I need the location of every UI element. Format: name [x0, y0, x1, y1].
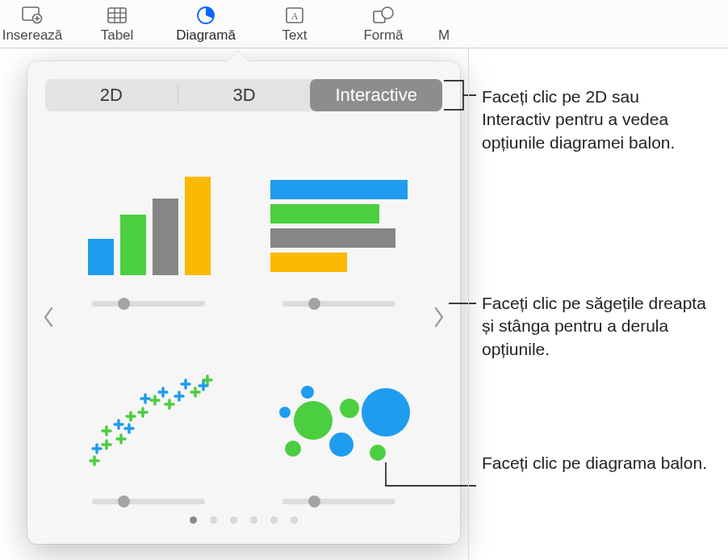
tab-3d[interactable]: 3D: [178, 79, 311, 111]
toolbar-label: Text: [282, 27, 307, 44]
toolbar-label: Tabel: [101, 27, 134, 44]
column-chart-icon: [76, 164, 221, 285]
chart-options-grid: [45, 127, 442, 507]
toolbar: Inserează Tabel Diagramă A Text Formă M: [0, 0, 728, 48]
svg-point-64: [340, 399, 359, 418]
callout-tabs-help: Faceți clic pe 2D sau Interactiv pentru …: [482, 86, 708, 154]
svg-rect-19: [270, 180, 408, 199]
chart-option-scatter[interactable]: [69, 333, 228, 507]
svg-rect-16: [120, 215, 146, 275]
chart-option-bubble[interactable]: [260, 333, 418, 507]
svg-point-59: [285, 441, 301, 457]
chart-option-bar[interactable]: [260, 136, 418, 309]
svg-rect-21: [270, 228, 395, 248]
svg-rect-22: [270, 253, 347, 272]
svg-point-14: [382, 7, 393, 19]
tab-interactive[interactable]: Interactive: [310, 79, 442, 111]
previous-page-arrow[interactable]: [39, 301, 58, 333]
page-indicator: [45, 516, 442, 524]
scatter-chart-icon: [76, 361, 221, 483]
chart-slider[interactable]: [92, 495, 205, 507]
svg-point-63: [329, 433, 354, 457]
shape-icon: [371, 5, 395, 26]
toolbar-label: Diagramă: [176, 27, 236, 44]
chart-slider[interactable]: [282, 495, 395, 507]
table-icon: [105, 5, 129, 26]
toolbar-shape-button[interactable]: Formă: [339, 3, 428, 44]
page-dot-5[interactable]: [270, 516, 278, 524]
chart-slider[interactable]: [282, 298, 395, 309]
chart-slider[interactable]: [92, 298, 205, 309]
chart-option-column[interactable]: [69, 136, 228, 309]
toolbar-label: Inserează: [2, 27, 63, 44]
chart-icon: [194, 5, 218, 26]
toolbar-insert-button[interactable]: Inserează: [0, 3, 73, 44]
svg-point-66: [370, 445, 386, 461]
svg-rect-17: [153, 199, 178, 275]
chart-dimension-tabs: 2D 3D Interactive: [45, 79, 442, 111]
tab-2d[interactable]: 2D: [45, 79, 178, 111]
spacer: [432, 5, 456, 26]
toolbar-label: Formă: [363, 27, 403, 44]
page-dot-6[interactable]: [291, 516, 298, 524]
toolbar-text-button[interactable]: A Text: [250, 3, 339, 44]
svg-rect-18: [185, 177, 211, 275]
svg-rect-20: [270, 204, 379, 224]
toolbar-more-button[interactable]: M: [428, 3, 460, 44]
page-dot-1[interactable]: [190, 516, 197, 524]
text-icon: A: [282, 5, 307, 26]
toolbar-label: M: [438, 27, 450, 44]
insert-icon: [20, 5, 44, 26]
page-dot-4[interactable]: [250, 516, 257, 524]
svg-point-62: [301, 386, 314, 399]
chart-picker-popover: 2D 3D Interactive: [27, 61, 460, 544]
callout-arrows-help: Faceți clic pe săgețile dreapta și stâng…: [482, 292, 708, 361]
svg-point-61: [279, 407, 291, 418]
page-dot-2[interactable]: [210, 516, 217, 524]
toolbar-table-button[interactable]: Tabel: [73, 3, 161, 44]
panel-divider: [468, 48, 469, 560]
svg-rect-5: [108, 8, 126, 23]
svg-point-60: [294, 401, 333, 440]
svg-text:A: A: [291, 10, 299, 22]
bubble-chart-icon: [266, 361, 412, 483]
toolbar-chart-button[interactable]: Diagramă: [161, 3, 250, 44]
svg-rect-15: [88, 239, 114, 275]
svg-point-65: [362, 388, 410, 437]
callout-bubble-help: Faceți clic pe diagrama balon.: [482, 452, 708, 474]
next-page-arrow[interactable]: [429, 301, 449, 333]
page-dot-3[interactable]: [230, 516, 237, 524]
bar-chart-icon: [266, 164, 412, 285]
